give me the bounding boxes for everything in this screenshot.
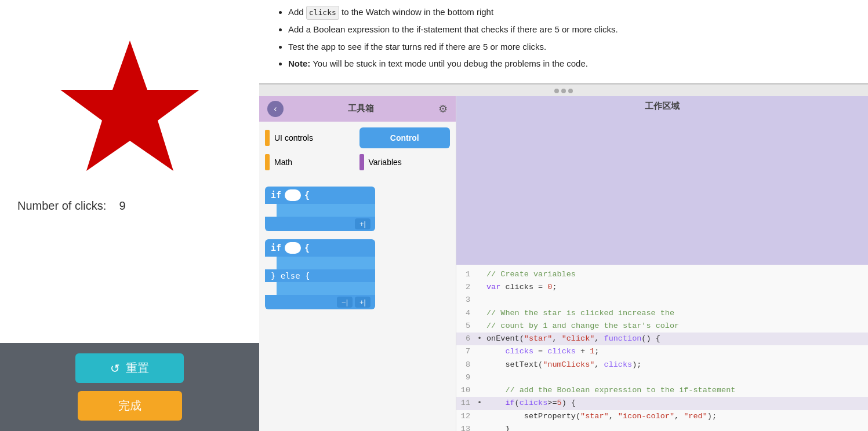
if2-add-button[interactable]: +| [355,297,371,308]
reset-button[interactable]: ↺ 重置 [75,353,184,383]
reset-icon: ↺ [110,361,120,375]
code-line-4: 4 // When the star is clicked increase t… [456,307,868,320]
dot-2 [561,89,566,93]
workarea-section: 工作区域 1 // Create variables 2 var clicks … [456,96,868,431]
click-count-display: Number of clicks: 9 [17,199,126,213]
else-label-row: } else { [265,269,375,282]
if2-body [277,257,375,269]
gear-button[interactable]: ⚙ [438,103,448,115]
if2-minus-button[interactable]: −| [337,297,353,308]
star-display [55,35,205,182]
instructions-panel: Add clicks to the Watch window in the bo… [259,0,868,83]
else-body [277,282,375,295]
toolbox-title: 工具箱 [348,103,374,114]
ide-container: ‹ 工具箱 ⚙ UI controls Control Math [259,83,868,431]
toolbox-categories: UI controls Control Math Variables [259,122,456,178]
yellow-bar-2 [265,154,270,170]
math-item[interactable]: Math [265,152,356,173]
if1-bottom: +| [265,217,375,231]
if-else-block: if { } else { −| +| [265,239,450,309]
if1-brace: { [304,190,310,200]
code-line-2: 2 var clicks = 0; [456,281,868,294]
code-line-13: 13 } [456,423,868,431]
ide-top-bar [259,85,868,96]
if1-add-button[interactable]: +| [355,218,371,229]
ide-body: ‹ 工具箱 ⚙ UI controls Control Math [259,96,868,431]
done-button[interactable]: 完成 [78,391,182,421]
if1-body [277,204,375,217]
if2-bottom: −| +| [265,295,375,309]
if2-hole [285,242,301,254]
if-block-1: if { +| [265,187,450,231]
svg-marker-0 [60,41,199,171]
code-line-5: 5 // count by 1 and change the star's co… [456,320,868,333]
dot-3 [568,89,573,93]
window-dots [554,85,573,96]
instruction-2: Add a Boolean expression to the if-state… [288,22,851,37]
variables-item[interactable]: Variables [359,152,451,173]
instruction-4: Note: You will be stuck in text mode unt… [288,56,851,71]
code-line-7: 7 clicks = clicks + 1; [456,345,868,358]
yellow-bar-1 [265,130,270,146]
code-line-9: 9 [456,371,868,384]
if2-keyword: if [271,243,281,253]
ui-controls-item[interactable]: UI controls [265,127,356,148]
star-icon [55,35,205,180]
code-editor[interactable]: 1 // Create variables 2 var clicks = 0; … [456,265,868,431]
if1-top: if { [265,187,375,204]
instruction-1: Add clicks to the Watch window in the bo… [288,5,851,20]
clicks-badge: clicks [306,6,339,20]
back-button[interactable]: ‹ [267,101,284,117]
left-panel: Number of clicks: 9 ↺ 重置 完成 [0,0,259,431]
code-line-1: 1 // Create variables [456,268,868,281]
workarea-header: 工作区域 [456,96,868,265]
code-line-12: 12 setProperty("star", "icon-color", "re… [456,410,868,423]
if2-brace: { [304,243,310,253]
if1-hole [285,189,301,201]
ui-controls-label: UI controls [274,133,313,143]
if2-top: if { [265,239,375,257]
variables-label: Variables [369,158,402,167]
code-line-10: 10 // add the Boolean expression to the … [456,384,868,397]
right-panel: Add clicks to the Watch window in the bo… [259,0,868,431]
code-line-3: 3 [456,294,868,306]
blocks-area: if { +| if { [259,178,456,317]
control-button[interactable]: Control [359,127,451,148]
toolbox-panel: ‹ 工具箱 ⚙ UI controls Control Math [259,96,456,431]
dot-1 [554,89,559,93]
bottom-bar: ↺ 重置 完成 [0,343,259,431]
instructions-list: Add clicks to the Watch window in the bo… [277,5,851,71]
if1-keyword: if [271,190,281,200]
toolbox-header: ‹ 工具箱 ⚙ [259,96,456,122]
instruction-3: Test the app to see if the star turns re… [288,39,851,54]
purple-bar [359,154,364,170]
code-line-8: 8 setText("numClicks", clicks); [456,359,868,371]
math-label: Math [274,158,292,167]
code-line-11: 11 • if(clicks>=5) { [456,397,868,410]
code-line-6: 6 • onEvent("star", "click", function() … [456,333,868,345]
